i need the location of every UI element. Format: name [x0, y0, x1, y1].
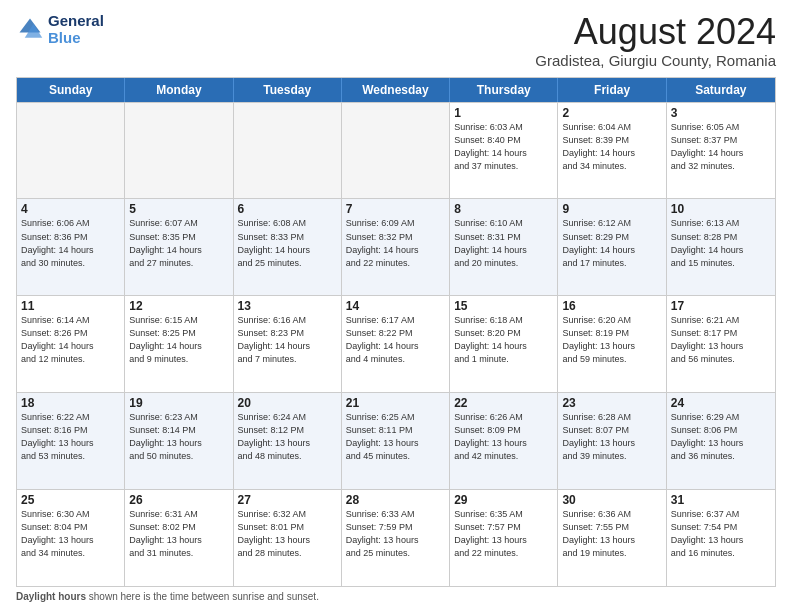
calendar-cell: 27Sunrise: 6:32 AM Sunset: 8:01 PM Dayli…	[234, 490, 342, 586]
day-info: Sunrise: 6:14 AM Sunset: 8:26 PM Dayligh…	[21, 314, 120, 366]
day-info: Sunrise: 6:10 AM Sunset: 8:31 PM Dayligh…	[454, 217, 553, 269]
logo-line1: General	[48, 12, 104, 29]
day-number: 13	[238, 299, 337, 313]
logo-icon	[16, 15, 44, 43]
day-info: Sunrise: 6:04 AM Sunset: 8:39 PM Dayligh…	[562, 121, 661, 173]
calendar-header-day: Thursday	[450, 78, 558, 102]
day-number: 23	[562, 396, 661, 410]
calendar-cell: 17Sunrise: 6:21 AM Sunset: 8:17 PM Dayli…	[667, 296, 775, 392]
day-info: Sunrise: 6:36 AM Sunset: 7:55 PM Dayligh…	[562, 508, 661, 560]
day-number: 7	[346, 202, 445, 216]
calendar-header-day: Sunday	[17, 78, 125, 102]
calendar-cell: 18Sunrise: 6:22 AM Sunset: 8:16 PM Dayli…	[17, 393, 125, 489]
logo-text: General Blue	[48, 12, 104, 47]
calendar-week: 1Sunrise: 6:03 AM Sunset: 8:40 PM Daylig…	[17, 102, 775, 199]
day-number: 20	[238, 396, 337, 410]
day-number: 22	[454, 396, 553, 410]
day-info: Sunrise: 6:12 AM Sunset: 8:29 PM Dayligh…	[562, 217, 661, 269]
page: General Blue August 2024 Gradistea, Giur…	[0, 0, 792, 612]
day-number: 28	[346, 493, 445, 507]
calendar-cell: 8Sunrise: 6:10 AM Sunset: 8:31 PM Daylig…	[450, 199, 558, 295]
day-info: Sunrise: 6:23 AM Sunset: 8:14 PM Dayligh…	[129, 411, 228, 463]
day-number: 30	[562, 493, 661, 507]
calendar-cell: 3Sunrise: 6:05 AM Sunset: 8:37 PM Daylig…	[667, 103, 775, 199]
calendar-week: 25Sunrise: 6:30 AM Sunset: 8:04 PM Dayli…	[17, 489, 775, 586]
day-number: 27	[238, 493, 337, 507]
calendar-cell-empty	[342, 103, 450, 199]
day-number: 12	[129, 299, 228, 313]
day-number: 19	[129, 396, 228, 410]
calendar-cell: 28Sunrise: 6:33 AM Sunset: 7:59 PM Dayli…	[342, 490, 450, 586]
day-number: 31	[671, 493, 771, 507]
day-info: Sunrise: 6:22 AM Sunset: 8:16 PM Dayligh…	[21, 411, 120, 463]
subtitle: Gradistea, Giurgiu County, Romania	[535, 52, 776, 69]
calendar-cell: 20Sunrise: 6:24 AM Sunset: 8:12 PM Dayli…	[234, 393, 342, 489]
calendar-cell: 15Sunrise: 6:18 AM Sunset: 8:20 PM Dayli…	[450, 296, 558, 392]
calendar-header-day: Saturday	[667, 78, 775, 102]
day-number: 14	[346, 299, 445, 313]
day-number: 24	[671, 396, 771, 410]
day-number: 9	[562, 202, 661, 216]
footer-note: Daylight hours shown here is the time be…	[16, 591, 776, 602]
calendar-cell: 30Sunrise: 6:36 AM Sunset: 7:55 PM Dayli…	[558, 490, 666, 586]
day-info: Sunrise: 6:16 AM Sunset: 8:23 PM Dayligh…	[238, 314, 337, 366]
calendar-header-day: Tuesday	[234, 78, 342, 102]
calendar-cell: 23Sunrise: 6:28 AM Sunset: 8:07 PM Dayli…	[558, 393, 666, 489]
day-info: Sunrise: 6:15 AM Sunset: 8:25 PM Dayligh…	[129, 314, 228, 366]
calendar-cell: 11Sunrise: 6:14 AM Sunset: 8:26 PM Dayli…	[17, 296, 125, 392]
day-number: 16	[562, 299, 661, 313]
calendar-cell: 7Sunrise: 6:09 AM Sunset: 8:32 PM Daylig…	[342, 199, 450, 295]
calendar-cell: 22Sunrise: 6:26 AM Sunset: 8:09 PM Dayli…	[450, 393, 558, 489]
calendar-cell-empty	[17, 103, 125, 199]
calendar-header-day: Monday	[125, 78, 233, 102]
day-info: Sunrise: 6:35 AM Sunset: 7:57 PM Dayligh…	[454, 508, 553, 560]
day-number: 25	[21, 493, 120, 507]
day-info: Sunrise: 6:24 AM Sunset: 8:12 PM Dayligh…	[238, 411, 337, 463]
day-info: Sunrise: 6:30 AM Sunset: 8:04 PM Dayligh…	[21, 508, 120, 560]
calendar-cell: 31Sunrise: 6:37 AM Sunset: 7:54 PM Dayli…	[667, 490, 775, 586]
main-title: August 2024	[535, 12, 776, 52]
day-number: 6	[238, 202, 337, 216]
day-info: Sunrise: 6:28 AM Sunset: 8:07 PM Dayligh…	[562, 411, 661, 463]
calendar-cell: 6Sunrise: 6:08 AM Sunset: 8:33 PM Daylig…	[234, 199, 342, 295]
day-number: 17	[671, 299, 771, 313]
day-number: 11	[21, 299, 120, 313]
calendar-cell-empty	[234, 103, 342, 199]
calendar-cell: 5Sunrise: 6:07 AM Sunset: 8:35 PM Daylig…	[125, 199, 233, 295]
calendar-cell: 4Sunrise: 6:06 AM Sunset: 8:36 PM Daylig…	[17, 199, 125, 295]
day-info: Sunrise: 6:33 AM Sunset: 7:59 PM Dayligh…	[346, 508, 445, 560]
logo-line2: Blue	[48, 29, 104, 46]
calendar: SundayMondayTuesdayWednesdayThursdayFrid…	[16, 77, 776, 587]
calendar-body: 1Sunrise: 6:03 AM Sunset: 8:40 PM Daylig…	[17, 102, 775, 586]
calendar-cell: 29Sunrise: 6:35 AM Sunset: 7:57 PM Dayli…	[450, 490, 558, 586]
day-number: 1	[454, 106, 553, 120]
calendar-cell: 2Sunrise: 6:04 AM Sunset: 8:39 PM Daylig…	[558, 103, 666, 199]
day-number: 2	[562, 106, 661, 120]
day-info: Sunrise: 6:09 AM Sunset: 8:32 PM Dayligh…	[346, 217, 445, 269]
day-info: Sunrise: 6:05 AM Sunset: 8:37 PM Dayligh…	[671, 121, 771, 173]
calendar-cell-empty	[125, 103, 233, 199]
day-info: Sunrise: 6:20 AM Sunset: 8:19 PM Dayligh…	[562, 314, 661, 366]
day-number: 15	[454, 299, 553, 313]
calendar-header-day: Wednesday	[342, 78, 450, 102]
calendar-week: 4Sunrise: 6:06 AM Sunset: 8:36 PM Daylig…	[17, 198, 775, 295]
logo: General Blue	[16, 12, 104, 47]
day-number: 29	[454, 493, 553, 507]
day-info: Sunrise: 6:26 AM Sunset: 8:09 PM Dayligh…	[454, 411, 553, 463]
day-info: Sunrise: 6:29 AM Sunset: 8:06 PM Dayligh…	[671, 411, 771, 463]
calendar-cell: 24Sunrise: 6:29 AM Sunset: 8:06 PM Dayli…	[667, 393, 775, 489]
day-info: Sunrise: 6:13 AM Sunset: 8:28 PM Dayligh…	[671, 217, 771, 269]
calendar-cell: 26Sunrise: 6:31 AM Sunset: 8:02 PM Dayli…	[125, 490, 233, 586]
calendar-cell: 12Sunrise: 6:15 AM Sunset: 8:25 PM Dayli…	[125, 296, 233, 392]
footer-label: Daylight hours	[16, 591, 86, 602]
calendar-cell: 14Sunrise: 6:17 AM Sunset: 8:22 PM Dayli…	[342, 296, 450, 392]
calendar-cell: 16Sunrise: 6:20 AM Sunset: 8:19 PM Dayli…	[558, 296, 666, 392]
day-number: 18	[21, 396, 120, 410]
day-info: Sunrise: 6:18 AM Sunset: 8:20 PM Dayligh…	[454, 314, 553, 366]
calendar-cell: 1Sunrise: 6:03 AM Sunset: 8:40 PM Daylig…	[450, 103, 558, 199]
day-info: Sunrise: 6:17 AM Sunset: 8:22 PM Dayligh…	[346, 314, 445, 366]
day-number: 26	[129, 493, 228, 507]
header: General Blue August 2024 Gradistea, Giur…	[16, 12, 776, 69]
day-info: Sunrise: 6:32 AM Sunset: 8:01 PM Dayligh…	[238, 508, 337, 560]
calendar-cell: 10Sunrise: 6:13 AM Sunset: 8:28 PM Dayli…	[667, 199, 775, 295]
